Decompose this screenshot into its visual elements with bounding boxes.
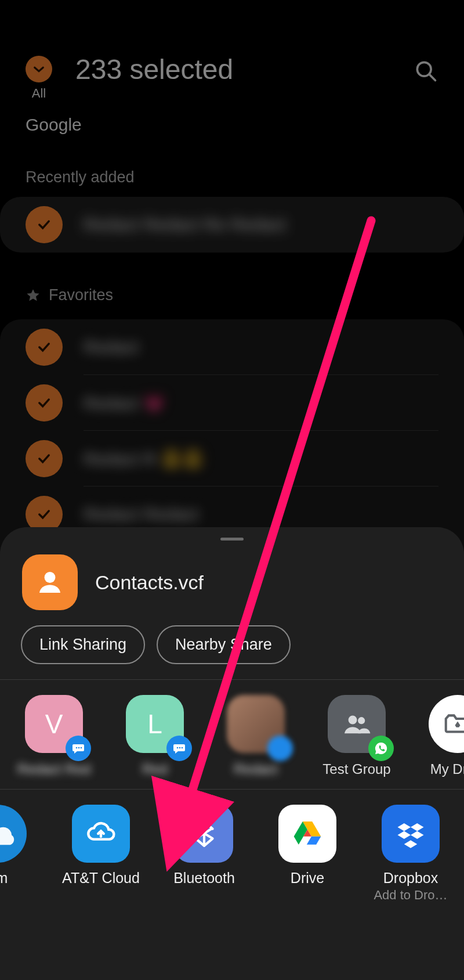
app-badge-icon (267, 736, 293, 761)
share-app-sublabel: Add to Dro… (374, 888, 447, 903)
shared-file-row: Contacts.vcf (0, 549, 464, 625)
svg-point-2 (45, 572, 56, 583)
share-target-contact[interactable]: Redact (218, 695, 293, 777)
share-app-att-cloud[interactable]: AT&T Cloud (60, 805, 142, 903)
contact-row[interactable]: Redact Redact Re Redact (0, 197, 464, 253)
nearby-share-chip[interactable]: Nearby Share (157, 625, 291, 664)
checkmark-icon (36, 339, 52, 355)
share-mode-chips: Link Sharing Nearby Share (0, 625, 464, 679)
share-target-label-redacted: Redact (234, 761, 278, 777)
svg-point-6 (177, 747, 179, 749)
contact-row[interactable]: Redact R 😎😎 (0, 431, 464, 487)
selection-count-title: 233 selected (75, 53, 413, 85)
share-apps-row[interactable]: am AT&T Cloud Bluetooth Drive Dropbox Ad… (0, 790, 464, 910)
contact-name-redacted: Redact Redact (84, 505, 198, 524)
messages-badge-icon (166, 736, 192, 761)
star-icon (26, 288, 41, 303)
section-recently-added: Recently added (0, 135, 464, 197)
checkmark-icon (36, 395, 52, 411)
select-all-circle (26, 56, 52, 82)
chevron-down-icon (32, 63, 45, 75)
share-target-contact[interactable]: V Redact Red (16, 695, 92, 777)
favorites-label: Favorites (49, 286, 113, 304)
search-icon[interactable] (413, 58, 438, 84)
checkmark-icon (36, 506, 52, 523)
account-provider: Google (26, 115, 82, 135)
share-app-label: am (0, 870, 8, 887)
share-target-label: My Drive (430, 761, 464, 777)
link-sharing-chip[interactable]: Link Sharing (21, 625, 145, 664)
select-all-toggle[interactable]: All (26, 56, 52, 101)
contacts-file-icon (22, 554, 78, 610)
share-target-contact[interactable]: L Red (117, 695, 193, 777)
share-target-label-redacted: Red (142, 761, 168, 777)
shared-file-name: Contacts.vcf (95, 571, 204, 594)
svg-point-5 (81, 747, 82, 749)
checkmark-icon (36, 451, 52, 467)
share-app-label: Bluetooth (173, 870, 235, 887)
svg-point-10 (358, 717, 365, 724)
share-target-label: Test Group (322, 761, 390, 777)
section-favorites: Favorites (0, 253, 464, 315)
share-app-label: Drive (291, 870, 324, 887)
svg-point-3 (76, 747, 78, 749)
account-row: Google (0, 101, 464, 135)
checkmark-icon (36, 217, 52, 233)
drag-handle[interactable] (220, 538, 244, 541)
contact-row[interactable]: Redact 💗 (0, 375, 464, 431)
svg-point-8 (182, 747, 183, 749)
contact-name-redacted: Redact Redact Re Redact (84, 215, 286, 235)
share-target-test-group[interactable]: Test Group (319, 695, 394, 777)
svg-line-1 (429, 74, 435, 80)
whatsapp-badge-icon (368, 736, 394, 761)
share-app-bluetooth[interactable]: Bluetooth (164, 805, 245, 903)
share-target-my-drive[interactable]: My Drive (420, 695, 464, 777)
select-all-label: All (32, 86, 46, 101)
share-target-label-redacted: Redact Red (17, 761, 91, 777)
recent-card: Redact Redact Re Redact (0, 197, 464, 253)
messages-badge-icon (66, 736, 91, 761)
share-app-label: Dropbox (383, 870, 438, 887)
contact-name-redacted: Redact 💗 (84, 393, 165, 413)
svg-point-4 (78, 747, 80, 749)
share-targets-row[interactable]: V Redact Red L Red Redact (0, 680, 464, 789)
contact-name-redacted: Redact (84, 337, 139, 357)
svg-point-9 (349, 716, 357, 725)
account-email-redacted (88, 116, 238, 134)
share-app-partial[interactable]: am (0, 805, 38, 903)
share-app-dropbox[interactable]: Dropbox Add to Dro… (370, 805, 451, 903)
share-app-drive[interactable]: Drive (267, 805, 348, 903)
contact-name-redacted: Redact R 😎😎 (84, 449, 204, 469)
contact-row[interactable]: Redact (0, 319, 464, 375)
svg-point-7 (179, 747, 181, 749)
share-app-label: AT&T Cloud (62, 870, 140, 887)
share-sheet[interactable]: Contacts.vcf Link Sharing Nearby Share V… (0, 527, 464, 980)
